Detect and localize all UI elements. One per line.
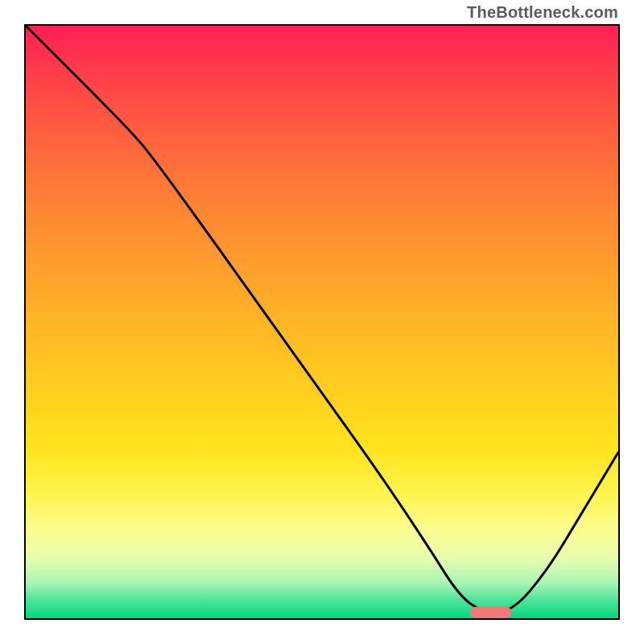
severity-gradient: [26, 26, 618, 618]
plot-area: [24, 24, 620, 620]
bottleneck-chart: TheBottleneck.com: [0, 0, 644, 644]
watermark-text: TheBottleneck.com: [467, 3, 618, 22]
